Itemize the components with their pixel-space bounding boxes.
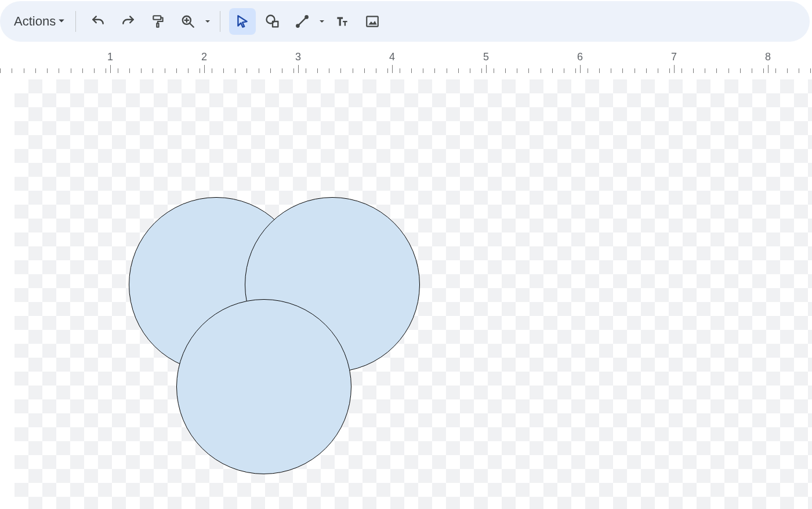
svg-point-8 (296, 24, 299, 27)
caret-down-icon (58, 17, 65, 26)
ruler-label: 1 (107, 51, 113, 63)
line-tool-group (288, 8, 327, 35)
actions-menu-button[interactable]: Actions (10, 10, 68, 32)
shapes-icon (264, 13, 281, 30)
zoom-group (173, 8, 213, 35)
redo-button[interactable] (115, 8, 142, 35)
cursor-icon (235, 14, 250, 29)
horizontal-ruler: 12345678 (0, 50, 812, 73)
ellipse-shape[interactable] (176, 299, 351, 474)
ruler-label: 5 (483, 51, 489, 63)
svg-rect-1 (157, 23, 158, 27)
paint-format-button[interactable] (145, 8, 172, 35)
paint-roller-icon (151, 14, 166, 29)
shape-tool-button[interactable] (259, 8, 286, 35)
drawing-canvas[interactable] (0, 74, 812, 509)
toolbar-separator (220, 11, 220, 32)
select-tool-button[interactable] (229, 8, 256, 35)
line-icon (295, 14, 310, 29)
zoom-in-icon (180, 14, 195, 29)
svg-rect-10 (367, 16, 378, 26)
line-dropdown[interactable] (317, 8, 327, 35)
ruler-label: 7 (671, 51, 677, 63)
textbox-tool-button[interactable] (329, 8, 356, 35)
svg-point-9 (306, 16, 308, 18)
svg-point-6 (267, 16, 275, 24)
svg-line-3 (190, 23, 194, 27)
redo-icon (121, 14, 136, 29)
line-tool-button[interactable] (289, 8, 316, 35)
caret-down-icon (319, 19, 325, 24)
ruler-label: 4 (389, 51, 395, 63)
undo-button[interactable] (85, 8, 111, 35)
ruler-label: 3 (295, 51, 301, 63)
toolbar-separator (75, 11, 76, 32)
text-icon (335, 14, 350, 29)
zoom-dropdown[interactable] (202, 8, 213, 35)
ruler-label: 6 (577, 51, 583, 63)
caret-down-icon (205, 19, 211, 24)
actions-label: Actions (14, 14, 56, 29)
main-toolbar: Actions (0, 1, 810, 42)
undo-icon (90, 14, 106, 29)
ruler-label: 2 (201, 51, 207, 63)
zoom-button[interactable] (175, 8, 201, 35)
svg-rect-0 (153, 16, 161, 20)
ruler-label: 8 (765, 51, 771, 63)
image-icon (365, 14, 380, 29)
insert-image-button[interactable] (359, 8, 386, 35)
